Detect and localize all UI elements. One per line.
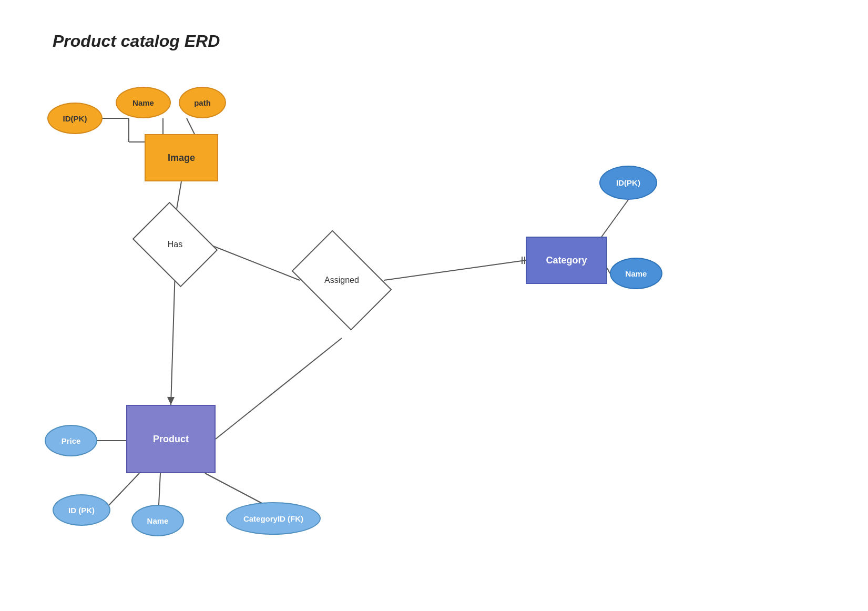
image-name-attribute: Name [116, 87, 171, 118]
svg-marker-7 [167, 397, 175, 405]
svg-line-17 [159, 473, 160, 505]
diagram-title: Product catalog ERD [53, 32, 220, 51]
product-entity: Product [126, 405, 216, 473]
diagram-container: Product catalog ERD [0, 0, 868, 611]
product-price-attribute: Price [45, 425, 97, 456]
svg-line-8 [209, 245, 300, 280]
category-id-attribute: ID(PK) [599, 166, 657, 200]
svg-line-9 [216, 338, 342, 439]
svg-line-4 [187, 118, 195, 134]
image-path-attribute: path [179, 87, 226, 118]
svg-line-16 [108, 473, 139, 506]
image-id-attribute: ID(PK) [47, 103, 103, 134]
has-relationship: Has [141, 218, 209, 271]
product-id-attribute: ID (PK) [53, 494, 110, 526]
category-entity: Category [526, 237, 607, 284]
assigned-relationship: Assigned [300, 251, 384, 309]
category-name-attribute: Name [610, 258, 662, 289]
product-categoryid-attribute: CategoryID (FK) [226, 502, 321, 535]
product-name-attribute: Name [131, 505, 184, 536]
svg-line-18 [205, 473, 263, 504]
image-entity: Image [145, 134, 218, 181]
svg-line-10 [384, 260, 526, 280]
svg-line-6 [171, 271, 175, 405]
